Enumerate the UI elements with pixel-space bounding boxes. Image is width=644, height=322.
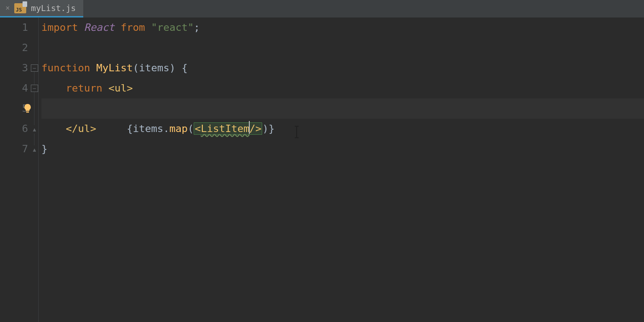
code-line[interactable]: } <box>41 139 644 159</box>
code-line[interactable]: return <ul> <box>41 78 644 98</box>
fold-toggle-icon[interactable]: − <box>31 85 38 92</box>
code-area[interactable]: import React from "react"; function MyLi… <box>39 17 644 322</box>
fold-toggle-icon[interactable]: − <box>31 64 38 72</box>
tab-strip: × JS myList.js <box>0 0 644 17</box>
js-filetype-icon: JS <box>14 3 26 13</box>
svg-rect-0 <box>26 111 29 112</box>
code-line[interactable]: function MyList(items) { <box>41 58 644 78</box>
lightbulb-icon[interactable] <box>22 103 33 114</box>
code-line[interactable] <box>41 38 644 58</box>
line-number[interactable]: 7 <box>0 139 28 159</box>
line-number[interactable]: 4 <box>0 78 28 98</box>
line-number[interactable]: 2 <box>0 38 28 58</box>
line-number[interactable]: 6 <box>0 119 28 139</box>
tab-filename: myList.js <box>31 3 76 13</box>
code-line-current[interactable]: {items.map(<ListItem/>)} <box>41 98 644 119</box>
fold-close-icon[interactable]: ▴ <box>31 125 38 132</box>
fold-close-icon[interactable]: ▴ <box>31 145 38 153</box>
gutter: 1 2 3 4 5 6 7 − − ▴ ▴ <box>0 17 39 322</box>
tab-mylist[interactable]: × JS myList.js <box>0 0 83 17</box>
close-icon[interactable]: × <box>6 4 10 12</box>
code-line[interactable]: import React from "react"; <box>41 17 644 38</box>
line-number[interactable]: 3 <box>0 58 28 78</box>
line-number[interactable]: 1 <box>0 17 28 38</box>
editor[interactable]: 1 2 3 4 5 6 7 − − ▴ ▴ import React from … <box>0 17 644 322</box>
